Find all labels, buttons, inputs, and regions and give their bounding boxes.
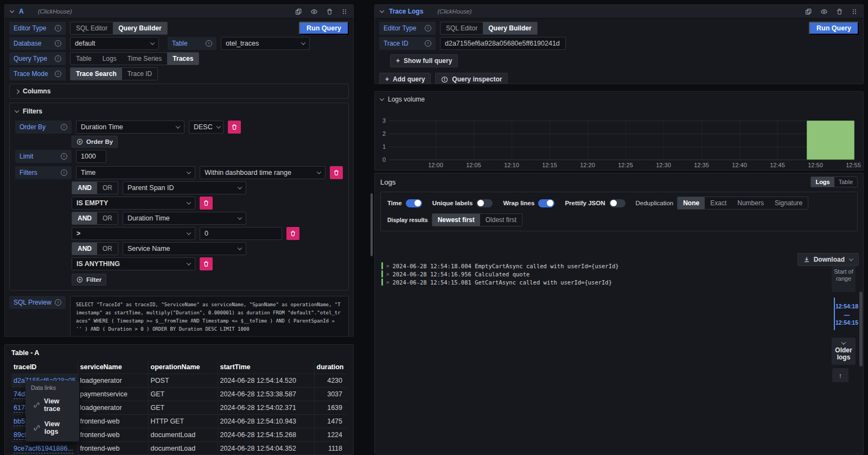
filters-section-header[interactable]: Filters — [15, 108, 343, 115]
drag-handle-icon[interactable] — [341, 8, 348, 15]
dedup-numbers[interactable]: Numbers — [732, 197, 769, 209]
add-query-button[interactable]: +Add query — [379, 73, 431, 84]
duplicate-icon[interactable] — [295, 8, 302, 15]
newest-first-option[interactable]: Newest first — [432, 214, 480, 226]
condition-field-select[interactable]: Duration Time — [123, 212, 246, 225]
col-servicename[interactable]: serviceName — [78, 361, 148, 374]
panel-header: A (ClickHouse) — [5, 5, 353, 18]
wrap-lines-toggle[interactable] — [538, 199, 554, 207]
view-trace-menu-item[interactable]: View trace — [25, 394, 79, 416]
duplicate-icon[interactable] — [805, 8, 812, 15]
condition-operator-select[interactable]: > — [72, 227, 195, 240]
query-inspector-button[interactable]: Query inspector — [435, 73, 508, 84]
col-starttime[interactable]: startTime — [218, 361, 314, 374]
condition-operator-select[interactable]: IS EMPTY — [72, 197, 195, 210]
tab-traces[interactable]: Traces — [167, 53, 199, 65]
chevron-down-icon — [238, 245, 242, 250]
tab-logs-view[interactable]: Logs — [811, 177, 834, 187]
columns-section[interactable]: Columns — [9, 84, 349, 99]
drag-handle-icon[interactable] — [851, 8, 858, 15]
chevron-down-icon — [380, 96, 384, 100]
col-duration[interactable]: duration — [314, 361, 347, 374]
tab-trace-search[interactable]: Trace Search — [71, 68, 122, 80]
time-toggle-label: Time — [387, 200, 402, 206]
and-option[interactable]: AND — [72, 243, 97, 255]
eye-icon[interactable] — [310, 8, 318, 15]
or-option[interactable]: OR — [97, 212, 118, 224]
or-option[interactable]: OR — [97, 182, 118, 194]
tab-time-series[interactable]: Time Series — [122, 53, 168, 65]
prettify-json-toggle-label: Prettify JSON — [565, 200, 605, 206]
download-icon — [803, 256, 810, 263]
prettify-json-toggle[interactable] — [609, 199, 626, 207]
tab-table[interactable]: Table — [71, 53, 97, 65]
tab-sql-editor[interactable]: SQL Editor — [441, 22, 483, 34]
collapse-chevron-icon[interactable] — [10, 8, 14, 12]
trace-id-input[interactable]: d2a7155ef6a928a05680e5ff6190241d — [440, 37, 566, 50]
remove-filter-button[interactable] — [330, 166, 343, 179]
table-label: Tablei — [168, 37, 216, 50]
range-from-time: 12:54:18 — [835, 303, 859, 309]
unique-labels-toggle[interactable] — [476, 199, 493, 207]
view-logs-menu-item[interactable]: View logs — [25, 416, 79, 439]
tab-query-builder[interactable]: Query Builder — [483, 22, 537, 34]
order-by-direction-select[interactable]: DESC — [189, 121, 224, 134]
limit-input[interactable]: 1000 — [76, 150, 106, 163]
dedup-exact[interactable]: Exact — [705, 197, 732, 209]
chevron-right-icon — [15, 89, 19, 93]
remove-condition-button[interactable] — [200, 197, 213, 210]
log-row[interactable]: >2024-06-28 12:54:18.004 EmptyCartAsync … — [381, 262, 619, 270]
tab-logs[interactable]: Logs — [97, 53, 122, 65]
add-filter-button[interactable]: Filter — [72, 274, 106, 286]
run-query-button[interactable]: Run Query — [809, 22, 859, 35]
condition-operator-select[interactable]: IS ANYTHING — [72, 257, 195, 270]
collapse-chevron-icon[interactable] — [380, 8, 384, 12]
dedup-none[interactable]: None — [678, 197, 705, 209]
table-select[interactable]: otel_traces — [221, 37, 310, 50]
logs-scrollbar[interactable] — [859, 292, 863, 366]
remove-condition-button[interactable] — [200, 257, 213, 270]
scroll-to-top-button[interactable]: ↑ — [832, 368, 848, 382]
log-row[interactable]: >2024-06-28 12:54:16.956 Calculated quot… — [381, 270, 619, 278]
logs-volume-header[interactable]: Logs volume — [375, 92, 863, 103]
delete-panel-icon[interactable] — [326, 8, 333, 15]
filter-value-select[interactable]: Within dashboard time range — [200, 166, 326, 179]
tab-query-builder[interactable]: Query Builder — [113, 22, 167, 34]
database-select[interactable]: default — [70, 37, 159, 50]
show-full-query-button[interactable]: +Show full query — [390, 54, 458, 67]
col-operationname[interactable]: operationName — [148, 361, 218, 374]
download-button[interactable]: Download — [797, 253, 859, 266]
data-links-context-menu: Data links View trace View logs — [25, 381, 79, 441]
add-order-by-button[interactable]: Order By — [72, 136, 118, 148]
remove-order-by-button[interactable] — [228, 121, 241, 134]
tab-table-view[interactable]: Table — [834, 177, 857, 187]
log-row[interactable]: >2024-06-28 12:54:15.081 GetCartAsync ca… — [381, 278, 619, 286]
remove-condition-button[interactable] — [286, 227, 299, 240]
time-toggle[interactable] — [406, 199, 422, 207]
older-logs-button[interactable]: Older logs — [832, 338, 856, 365]
order-by-field-select[interactable]: Duration Time — [76, 121, 184, 134]
trace-mode-toggle: Trace Search Trace ID — [70, 67, 158, 80]
or-option[interactable]: OR — [97, 243, 118, 255]
trace-id-label: Trace IDi — [379, 37, 436, 50]
eye-icon[interactable] — [820, 8, 828, 15]
trace-link[interactable]: 9ce7acf61941886... — [14, 445, 73, 453]
chevron-down-icon — [187, 169, 191, 174]
condition-field-select[interactable]: Service Name — [123, 242, 246, 255]
filter-field-select[interactable]: Time — [76, 166, 195, 179]
oldest-first-option[interactable]: Oldest first — [480, 214, 522, 226]
tab-sql-editor[interactable]: SQL Editor — [71, 22, 113, 34]
chevron-down-icon — [301, 40, 305, 45]
and-option[interactable]: AND — [72, 182, 97, 194]
info-icon: i — [425, 40, 431, 47]
dedup-signature[interactable]: Signature — [769, 197, 808, 209]
run-query-button[interactable]: Run Query — [299, 22, 349, 35]
display-results-toggle: Newest first Oldest first — [432, 213, 522, 226]
col-traceid[interactable]: traceID — [11, 361, 78, 374]
tab-trace-id[interactable]: Trace ID — [122, 68, 158, 80]
condition-field-select[interactable]: Parent Span ID — [123, 181, 246, 194]
delete-panel-icon[interactable] — [836, 8, 843, 15]
panel-scrollbar[interactable] — [371, 193, 373, 256]
condition-value-input[interactable]: 0 — [200, 227, 282, 240]
and-option[interactable]: AND — [72, 212, 97, 224]
